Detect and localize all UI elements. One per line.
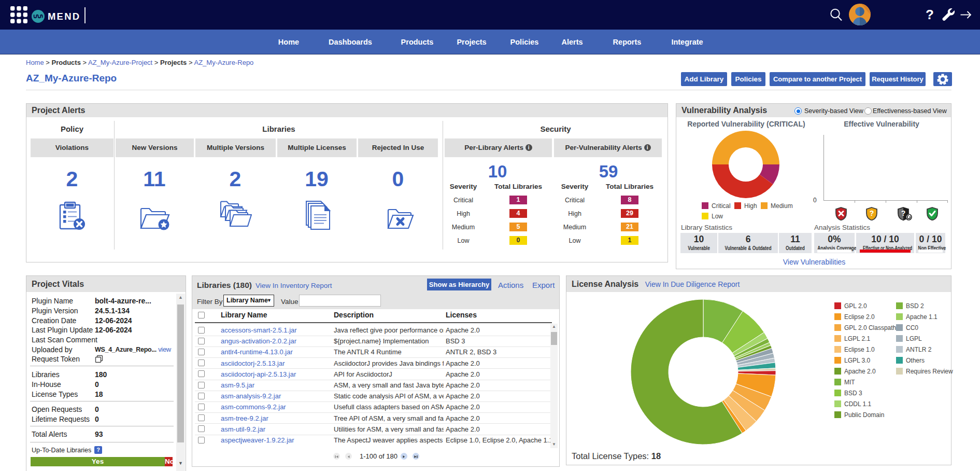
svg-text:?: ? [870,209,874,217]
svg-text:?: ? [901,209,906,217]
